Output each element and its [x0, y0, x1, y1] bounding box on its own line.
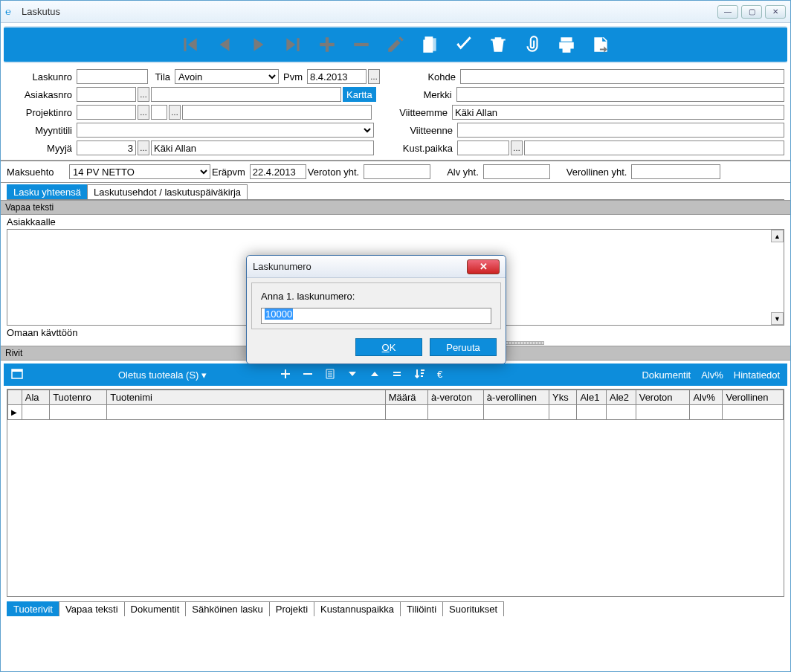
rows-hintatiedot[interactable]: Hintatiedot [734, 369, 780, 381]
rows-up-icon[interactable] [369, 368, 381, 382]
select-tila[interactable]: Avoin [175, 69, 279, 84]
copy-icon[interactable] [419, 34, 440, 55]
grid-cell[interactable] [577, 405, 607, 420]
grid-cell[interactable] [690, 405, 723, 420]
delete-icon[interactable] [488, 34, 508, 55]
tab-kustannuspaikka[interactable]: Kustannuspaikka [314, 601, 401, 616]
grid-cell[interactable] [607, 405, 636, 420]
input-projektinro[interactable] [77, 105, 136, 120]
input-viitteenne[interactable] [457, 123, 784, 138]
last-record-icon[interactable] [282, 34, 303, 55]
grid-header-määrä[interactable]: Määrä [385, 390, 427, 405]
input-erapvm[interactable] [250, 164, 306, 179]
grid-header-alv%[interactable]: Alv% [690, 390, 723, 405]
input-pvm[interactable] [307, 69, 367, 84]
grid-header-ale2[interactable]: Ale2 [607, 390, 636, 405]
input-myyja-nro[interactable] [77, 140, 136, 155]
scroll-up-icon[interactable]: ▲ [771, 230, 784, 242]
grid-header-ala[interactable]: Ala [22, 390, 49, 405]
input-kustpaikka-nimi[interactable] [524, 140, 784, 155]
tab-suoritukset[interactable]: Suoritukset [442, 601, 504, 616]
rows-equals-icon[interactable] [391, 368, 403, 382]
grid-cell[interactable] [385, 405, 427, 420]
grid-header-yks[interactable]: Yks [549, 390, 576, 405]
print-icon[interactable] [556, 34, 577, 55]
grid-cell[interactable] [483, 405, 549, 420]
remove-icon[interactable] [351, 34, 372, 55]
scroll-down-icon[interactable]: ▼ [771, 312, 784, 325]
lookup-kustpaikka[interactable]: … [511, 140, 523, 155]
input-merkki[interactable] [456, 87, 784, 102]
tab-laskutusehdot[interactable]: Laskutusehdot / laskutuspäiväkirja [87, 184, 248, 199]
tab-lasku-yhteensa[interactable]: Lasku yhteensä [7, 184, 88, 199]
grid-header-à-verollinen[interactable]: à-verollinen [483, 390, 549, 405]
lookup-projektinro2[interactable]: … [169, 105, 181, 120]
input-myyja-nimi[interactable] [151, 140, 374, 155]
confirm-icon[interactable] [453, 34, 474, 55]
grid-cell[interactable] [427, 405, 483, 420]
rows-dokumentit[interactable]: Dokumentit [642, 369, 691, 381]
rows-euro-icon[interactable]: € [436, 368, 448, 382]
input-viitteemme[interactable] [452, 105, 784, 120]
next-record-icon[interactable] [248, 34, 269, 55]
grid-cell[interactable] [50, 405, 107, 420]
minimize-button[interactable]: — [717, 5, 738, 19]
dialog-cancel-button[interactable]: Peruuta [430, 338, 497, 356]
select-maksuehto[interactable]: 14 PV NETTO [69, 164, 210, 179]
prev-record-icon[interactable] [214, 34, 235, 55]
attachment-icon[interactable] [522, 34, 543, 55]
first-record-icon[interactable] [180, 34, 201, 55]
tab-tiliointi[interactable]: Tiliöinti [400, 601, 443, 616]
grid-cell[interactable] [636, 405, 690, 420]
lookup-myyja[interactable]: … [138, 140, 149, 155]
rows-add-icon[interactable] [280, 368, 291, 382]
grid-header-tuotenro[interactable]: Tuotenro [50, 390, 107, 405]
lookup-asiakasnro[interactable]: … [138, 87, 149, 102]
close-button[interactable]: ✕ [765, 5, 786, 19]
tab-projekti[interactable]: Projekti [269, 601, 314, 616]
grid-header-veroton[interactable]: Veroton [636, 390, 690, 405]
dialog-close-button[interactable]: ✕ [467, 259, 500, 274]
add-icon[interactable] [317, 34, 338, 55]
rows-oletus[interactable]: Oletus tuoteala (S) ▾ [118, 369, 207, 381]
rows-sort-icon[interactable] [413, 368, 425, 382]
tab-dokumentit[interactable]: Dokumentit [124, 601, 187, 616]
input-laskunro[interactable] [77, 69, 148, 84]
input-alv-yht[interactable] [483, 164, 550, 179]
input-verollinen-yht[interactable] [631, 164, 720, 179]
grid-header-marker[interactable] [8, 390, 22, 405]
lookup-pvm[interactable]: … [368, 69, 380, 84]
grid-header-à-veroton[interactable]: à-veroton [427, 390, 483, 405]
table-row[interactable]: ▶ [8, 405, 784, 420]
tab-vapaa-teksti[interactable]: Vapaa teksti [59, 601, 125, 616]
rows-list-icon[interactable] [324, 368, 336, 382]
grid-cell[interactable] [107, 405, 385, 420]
export-icon[interactable] [590, 34, 611, 55]
edit-icon[interactable] [385, 34, 406, 55]
input-asiakasnro[interactable] [77, 87, 136, 102]
rows-down-icon[interactable] [346, 368, 358, 382]
select-myyntitili[interactable] [77, 123, 374, 138]
grid-header-verollinen[interactable]: Verollinen [723, 390, 784, 405]
rows-remove-icon[interactable] [302, 368, 314, 382]
grid-cell[interactable] [22, 405, 49, 420]
lookup-projektinro[interactable]: … [138, 105, 149, 120]
input-projektinimi[interactable] [182, 105, 372, 120]
rows-window-icon[interactable] [11, 368, 23, 382]
input-projektinro2[interactable] [151, 105, 167, 120]
input-veroton-yht[interactable] [364, 164, 430, 179]
input-kohde[interactable] [460, 69, 784, 84]
kartta-button[interactable]: Kartta [343, 87, 376, 102]
input-kustpaikka[interactable] [457, 140, 509, 155]
tab-sahkoinen-lasku[interactable]: Sähköinen lasku [185, 601, 269, 616]
grid-header-ale1[interactable]: Ale1 [577, 390, 607, 405]
grid-cell[interactable] [723, 405, 784, 420]
dialog-ok-button[interactable]: OK [355, 338, 422, 356]
grid-header-tuotenimi[interactable]: Tuotenimi [107, 390, 385, 405]
grid-cell[interactable] [549, 405, 576, 420]
tab-tuoterivit[interactable]: Tuoterivit [7, 601, 59, 616]
maximize-button[interactable]: ▢ [741, 5, 762, 19]
dialog-input[interactable]: 10000 [261, 308, 491, 324]
input-asiakasnimi[interactable] [151, 87, 341, 102]
rows-alv[interactable]: Alv% [701, 369, 723, 381]
